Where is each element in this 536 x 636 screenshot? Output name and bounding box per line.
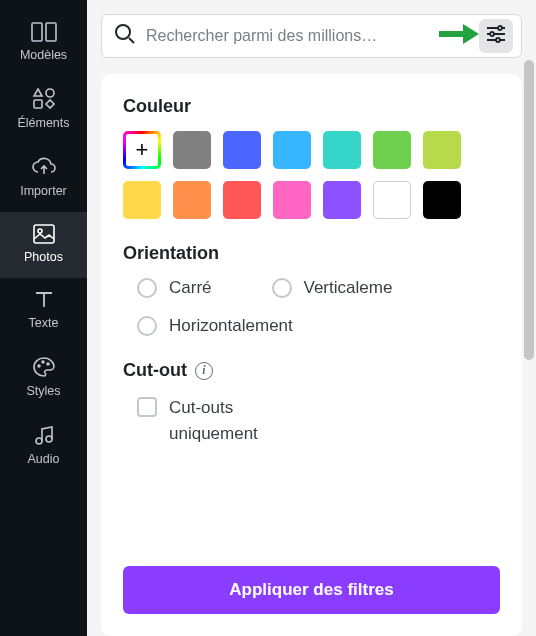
sidebar-item-text[interactable]: Texte bbox=[0, 278, 87, 344]
radio-label: Verticaleme bbox=[304, 278, 393, 298]
svg-rect-1 bbox=[46, 23, 56, 41]
filter-panel: Couleur + Orientation Carré bbox=[101, 74, 522, 636]
color-swatch[interactable] bbox=[373, 181, 411, 219]
scrollbar-track[interactable] bbox=[524, 60, 534, 580]
scrollbar-thumb[interactable] bbox=[524, 60, 534, 360]
color-swatch[interactable] bbox=[323, 181, 361, 219]
svg-point-11 bbox=[116, 25, 130, 39]
elements-icon bbox=[32, 88, 56, 110]
color-swatch[interactable] bbox=[173, 131, 211, 169]
radio-icon bbox=[137, 278, 157, 298]
templates-icon bbox=[31, 22, 57, 42]
info-icon[interactable]: i bbox=[195, 362, 213, 380]
section-title-color: Couleur bbox=[123, 96, 500, 117]
main-panel: Couleur + Orientation Carré bbox=[87, 0, 536, 636]
svg-rect-4 bbox=[34, 225, 54, 243]
checkbox-icon bbox=[137, 397, 157, 417]
palette-icon bbox=[32, 356, 56, 378]
color-swatch[interactable] bbox=[273, 131, 311, 169]
text-icon bbox=[33, 290, 55, 310]
sidebar-item-label: Styles bbox=[26, 384, 60, 398]
checkbox-label: Cut-outs uniquement bbox=[169, 395, 323, 446]
filters-toggle-button[interactable] bbox=[479, 19, 513, 53]
section-title-cutout: Cut-out i bbox=[123, 360, 500, 381]
search-row bbox=[101, 14, 522, 58]
color-swatch[interactable] bbox=[123, 181, 161, 219]
svg-point-10 bbox=[46, 436, 52, 442]
sidebar-item-photos[interactable]: Photos bbox=[0, 212, 87, 278]
orientation-horizontal[interactable]: Horizontalement bbox=[137, 316, 293, 336]
svg-point-7 bbox=[42, 361, 44, 363]
search-input[interactable] bbox=[146, 27, 469, 45]
color-swatch[interactable] bbox=[173, 181, 211, 219]
photos-icon bbox=[33, 224, 55, 244]
color-swatch[interactable] bbox=[223, 181, 261, 219]
sidebar-item-templates[interactable]: Modèles bbox=[0, 10, 87, 76]
sidebar-item-label: Texte bbox=[29, 316, 59, 330]
color-swatch[interactable] bbox=[423, 131, 461, 169]
orientation-vertical[interactable]: Verticaleme bbox=[272, 278, 393, 298]
sidebar: Modèles Éléments Importer Photos bbox=[0, 0, 87, 636]
add-color-swatch[interactable]: + bbox=[123, 131, 161, 169]
sidebar-item-label: Éléments bbox=[17, 116, 69, 130]
sidebar-item-label: Audio bbox=[28, 452, 60, 466]
sidebar-item-label: Modèles bbox=[20, 48, 67, 62]
sidebar-item-label: Photos bbox=[24, 250, 63, 264]
svg-point-12 bbox=[498, 26, 502, 30]
sidebar-item-styles[interactable]: Styles bbox=[0, 344, 87, 412]
sliders-icon bbox=[486, 25, 506, 47]
section-title-orientation: Orientation bbox=[123, 243, 500, 264]
svg-point-2 bbox=[46, 89, 54, 97]
radio-icon bbox=[272, 278, 292, 298]
cutout-title-text: Cut-out bbox=[123, 360, 187, 381]
sidebar-item-audio[interactable]: Audio bbox=[0, 412, 87, 480]
svg-rect-0 bbox=[32, 23, 42, 41]
svg-point-13 bbox=[490, 32, 494, 36]
svg-point-8 bbox=[47, 363, 49, 365]
svg-point-6 bbox=[38, 365, 40, 367]
radio-label: Carré bbox=[169, 278, 212, 298]
radio-icon bbox=[137, 316, 157, 336]
sidebar-item-uploads[interactable]: Importer bbox=[0, 144, 87, 212]
search-icon bbox=[114, 23, 136, 49]
color-swatch[interactable] bbox=[423, 181, 461, 219]
orientation-square[interactable]: Carré bbox=[137, 278, 212, 298]
audio-icon bbox=[33, 424, 55, 446]
sidebar-item-label: Importer bbox=[20, 184, 67, 198]
radio-label: Horizontalement bbox=[169, 316, 293, 336]
cutout-only-checkbox[interactable]: Cut-outs uniquement bbox=[123, 395, 323, 446]
svg-point-5 bbox=[38, 229, 42, 233]
color-swatch[interactable] bbox=[373, 131, 411, 169]
color-swatch[interactable] bbox=[273, 181, 311, 219]
svg-point-14 bbox=[496, 38, 500, 42]
search-box[interactable] bbox=[101, 14, 522, 58]
orientation-options: Carré Verticaleme Horizontalement bbox=[123, 278, 500, 336]
svg-rect-3 bbox=[34, 100, 42, 108]
color-swatch[interactable] bbox=[223, 131, 261, 169]
color-swatch[interactable] bbox=[323, 131, 361, 169]
apply-filters-button[interactable]: Appliquer des filtres bbox=[123, 566, 500, 614]
sidebar-item-elements[interactable]: Éléments bbox=[0, 76, 87, 144]
svg-point-9 bbox=[36, 438, 42, 444]
upload-cloud-icon bbox=[31, 156, 57, 178]
color-swatches: + bbox=[123, 131, 500, 219]
